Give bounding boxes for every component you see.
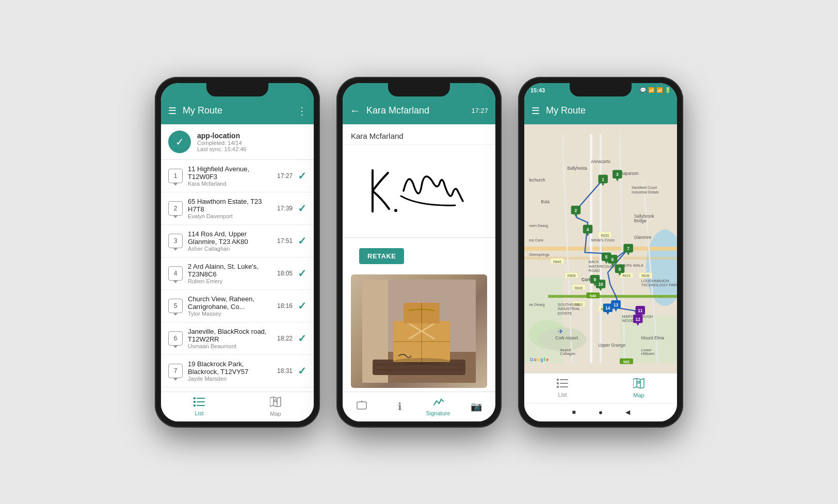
list-tab-label: List: [195, 410, 203, 416]
retake-area: RETAKE: [343, 238, 495, 274]
tab-list-3[interactable]: List: [524, 376, 601, 401]
svg-text:2: 2: [575, 207, 577, 213]
delivery-details: 114 Ros Ard, Upper Glanmire, T23 AK80 As…: [188, 230, 272, 252]
location-header: ✓ app-location Completed: 14/14 Last syn…: [161, 124, 314, 160]
app-bar-3: ☰ My Route: [524, 97, 677, 124]
svg-text:ne Dearg: ne Dearg: [529, 302, 544, 307]
svg-text:6: 6: [611, 257, 614, 262]
delivery-details: 11 Highfield Avenue, T12W0F3 Kara Mcfarl…: [188, 165, 272, 187]
list-tab-label-3: List: [558, 392, 567, 398]
delivery-number: 1: [168, 169, 183, 183]
svg-text:8: 8: [619, 266, 621, 271]
phone-notch-3: [570, 83, 632, 96]
home-button[interactable]: ●: [595, 407, 606, 417]
delivery-address: Janeville, BlackRock road, T12W2RR: [188, 328, 272, 343]
tab-delivery-info[interactable]: [343, 397, 381, 416]
list-item[interactable]: 1 11 Highfield Avenue, T12W0F3 Kara Mcfa…: [161, 160, 314, 192]
retake-button[interactable]: RETAKE: [359, 248, 404, 264]
svg-rect-126: [557, 379, 559, 381]
back-button-sys[interactable]: ◀: [622, 407, 633, 417]
svg-text:Ballyhesta: Ballyhesta: [567, 166, 587, 171]
tab-camera[interactable]: 📷: [457, 398, 495, 415]
svg-rect-128: [557, 386, 559, 388]
location-check-circle: ✓: [168, 131, 191, 153]
svg-text:Cork Airport: Cork Airport: [555, 335, 578, 340]
phone-1: ☰ My Route ⋮ ✓ app-location Completed: 1…: [155, 77, 320, 428]
delivery-details: 2 Ard Alainn, St. Luke's, T23N8C6 Ruben …: [188, 263, 272, 284]
list-item[interactable]: 8 47 Ashleigh Drive, Skehard Road, T12 X…: [161, 387, 314, 392]
delivered-check-icon: ✓: [298, 365, 307, 377]
delivery-list: ✓ app-location Completed: 14/14 Last syn…: [161, 124, 314, 392]
location-name: app-location: [197, 132, 246, 140]
delivery-time: 18:31: [277, 367, 293, 375]
list-icon: [194, 397, 205, 409]
svg-text:N23: N23: [623, 360, 630, 364]
delivery-time-header: 17:27: [471, 107, 488, 115]
list-item[interactable]: 6 Janeville, BlackRock road, T12W2RR Usm…: [161, 322, 314, 355]
svg-text:Cottages: Cottages: [560, 351, 575, 356]
app-title-1: My Route: [183, 105, 291, 116]
list-item[interactable]: 2 65 Hawthorn Estate, T23 H7T8 Evalyn Da…: [161, 192, 314, 225]
tab-signature[interactable]: Signature: [419, 394, 457, 419]
svg-point-132: [638, 381, 640, 383]
phone-3: 15:43 💬 📶 📶 🔋 ☰ My Route: [518, 77, 683, 428]
signature-svg: [352, 150, 486, 232]
svg-text:G: G: [530, 357, 533, 362]
status-time: 15:43: [530, 87, 545, 93]
svg-text:Glanmire: Glanmire: [634, 235, 652, 240]
recipient-name: Asher Callaghan: [188, 246, 272, 252]
last-sync: Last sync: 15:42:46: [197, 146, 246, 152]
svg-text:o: o: [537, 357, 540, 362]
list-item[interactable]: 3 114 Ros Ard, Upper Glanmire, T23 AK80 …: [161, 225, 314, 257]
more-options-icon[interactable]: ⋮: [297, 105, 307, 117]
list-item[interactable]: 5 Church View, Raheen, Carrigrohane, Co.…: [161, 290, 314, 322]
svg-text:Mount Elma: Mount Elma: [641, 335, 665, 340]
app-title-3: My Route: [546, 105, 670, 116]
stop-icon: ■: [572, 409, 575, 416]
delivery-address: 114 Ros Ard, Upper Glanmire, T23 AK80: [188, 230, 272, 246]
signature-canvas[interactable]: [343, 145, 495, 238]
tab-map[interactable]: Map: [237, 394, 314, 420]
wifi-icon: 📶: [656, 87, 663, 93]
svg-text:7: 7: [627, 246, 630, 251]
delivery-number: 6: [168, 331, 183, 346]
svg-rect-5: [194, 404, 196, 407]
recipient-name: Ruben Emery: [188, 278, 272, 284]
system-nav: ■ ● ◀: [524, 403, 677, 421]
phone-notch-2: [388, 83, 450, 96]
stop-button[interactable]: ■: [569, 407, 579, 417]
recipient-name: Usmaan Beaumont: [188, 343, 272, 349]
list-item[interactable]: 4 2 Ard Alainn, St. Luke's, T23N8C6 Rube…: [161, 257, 314, 290]
map-view[interactable]: R635 R846 R608 R849 R615 R639 R851: [524, 124, 677, 373]
svg-text:o: o: [534, 357, 537, 362]
tab-info[interactable]: ℹ: [381, 397, 419, 416]
menu-icon[interactable]: ☰: [168, 105, 176, 117]
svg-rect-4: [194, 401, 196, 403]
recipient-name: Kara Mcfarland: [188, 181, 272, 187]
package-illustration: [362, 280, 476, 383]
tab-list[interactable]: List: [161, 394, 237, 419]
app-bar-2: ← Kara Mcfarland 17:27: [343, 97, 495, 124]
package-photo: [351, 274, 487, 388]
delivery-details: Church View, Raheen, Carrigrohane, Co...…: [188, 295, 272, 317]
svg-text:12: 12: [636, 316, 641, 321]
svg-text:Glensprings: Glensprings: [529, 252, 550, 256]
svg-rect-127: [557, 382, 559, 384]
delivery-number: 7: [168, 364, 183, 378]
svg-text:Bula: Bula: [541, 199, 550, 204]
phone-2: ← Kara Mcfarland 17:27 Kara Mcfarland: [336, 77, 502, 428]
status-icons: 💬 📶 📶 🔋: [640, 87, 671, 93]
svg-text:R608: R608: [568, 274, 576, 278]
svg-point-9: [275, 400, 277, 402]
delivery-number: 4: [168, 266, 183, 281]
svg-point-10: [394, 209, 397, 212]
tab-map-3[interactable]: Map: [601, 375, 677, 401]
svg-rect-125: [560, 386, 568, 387]
svg-text:R639: R639: [641, 274, 650, 278]
menu-icon-3[interactable]: ☰: [531, 105, 540, 117]
svg-text:R635: R635: [601, 233, 609, 237]
list-item[interactable]: 7 19 Blackrock Park, Blackrock, T12VY57 …: [161, 355, 314, 387]
svg-text:R846: R846: [553, 259, 561, 263]
svg-text:Industrial Estate: Industrial Estate: [632, 189, 659, 194]
back-button[interactable]: ←: [350, 105, 360, 117]
